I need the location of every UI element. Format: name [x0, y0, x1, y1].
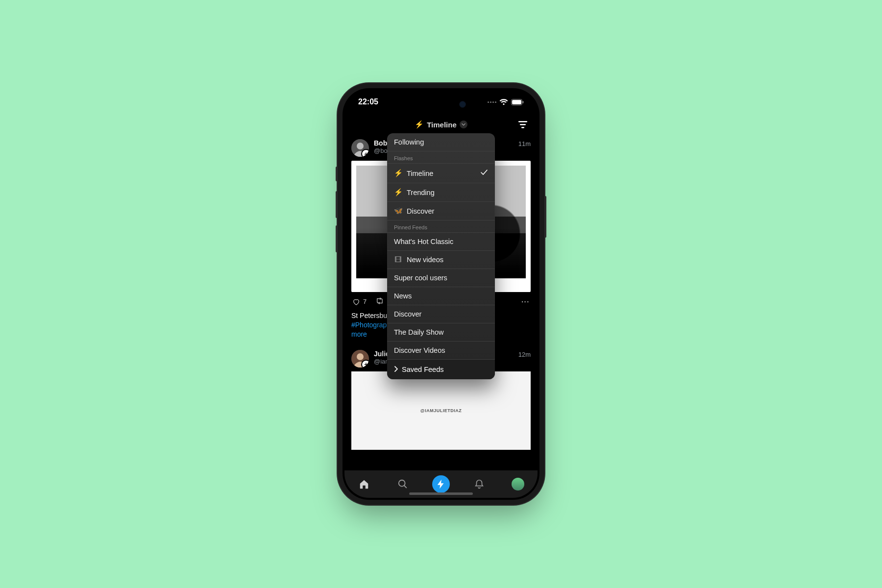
- svg-rect-1: [512, 100, 521, 104]
- svg-rect-5: [521, 127, 524, 128]
- zap-icon: ⚡: [394, 169, 402, 177]
- more-button[interactable]: ···: [521, 298, 530, 305]
- screen: 22:05 ⚡ Timeline: [344, 90, 538, 498]
- post-age: 11m: [518, 140, 531, 147]
- dropdown-item-news[interactable]: News: [387, 287, 495, 305]
- image-watermark: @IAMJULIETDIAZ: [420, 408, 462, 413]
- dropdown-item-cool-users[interactable]: Super cool users: [387, 269, 495, 287]
- repost-button[interactable]: [375, 297, 384, 306]
- like-button[interactable]: 7: [352, 298, 367, 306]
- dropdown-item-timeline[interactable]: ⚡ Timeline: [387, 164, 495, 183]
- like-count: 7: [363, 298, 367, 305]
- app-header: ⚡ Timeline: [344, 116, 538, 133]
- dynamic-island: [412, 96, 470, 113]
- tab-notifications[interactable]: [469, 474, 489, 494]
- header-title: Timeline: [427, 121, 457, 129]
- chevron-down-icon: [460, 121, 467, 128]
- tab-profile[interactable]: [508, 474, 528, 494]
- tab-flashes[interactable]: [432, 475, 450, 493]
- power-button: [544, 196, 546, 238]
- timeline-dropdown-trigger[interactable]: ⚡ Timeline: [415, 120, 467, 129]
- volume-up-button: [336, 191, 338, 218]
- avatar[interactable]: ＋: [351, 139, 369, 157]
- chevron-right-icon: [394, 366, 398, 373]
- plus-icon[interactable]: ＋: [361, 149, 369, 157]
- phone-frame: 22:05 ⚡ Timeline: [343, 88, 539, 500]
- volume-down-button: [336, 225, 338, 252]
- dropdown-item-trending[interactable]: ⚡ Trending: [387, 183, 495, 202]
- dropdown-item-discover-flashes[interactable]: 🦋 Discover: [387, 202, 495, 220]
- timeline-dropdown: Following Flashes ⚡ Timeline ⚡ Trending …: [387, 133, 495, 379]
- plus-icon[interactable]: ＋: [361, 360, 369, 368]
- dropdown-item-daily-show[interactable]: The Daily Show: [387, 323, 495, 342]
- wifi-icon: [499, 99, 508, 105]
- zap-icon: ⚡: [394, 188, 402, 196]
- tab-search[interactable]: [393, 474, 413, 494]
- dropdown-section-flashes: Flashes: [387, 151, 495, 164]
- svg-rect-3: [518, 121, 527, 122]
- svg-point-7: [357, 143, 364, 149]
- dropdown-item-discover-videos[interactable]: Discover Videos: [387, 342, 495, 360]
- status-time: 22:05: [358, 98, 378, 106]
- svg-rect-4: [520, 124, 526, 125]
- cellular-dots-icon: [488, 101, 496, 103]
- hashtag-link[interactable]: #Photograp: [351, 321, 387, 329]
- post-image[interactable]: @IAMJULIETDIAZ: [351, 371, 531, 450]
- butterfly-icon: 🦋: [394, 207, 402, 215]
- check-icon: [480, 169, 488, 178]
- caption-more[interactable]: more: [351, 330, 367, 338]
- zap-icon: ⚡: [415, 120, 424, 129]
- filter-button[interactable]: [516, 118, 530, 131]
- dropdown-saved-feeds[interactable]: Saved Feeds: [387, 360, 495, 379]
- film-icon: 🎞: [394, 256, 402, 264]
- home-indicator[interactable]: [409, 492, 473, 495]
- dropdown-item-discover[interactable]: Discover: [387, 305, 495, 323]
- battery-icon: [511, 99, 524, 105]
- avatar[interactable]: ＋: [351, 350, 369, 368]
- svg-point-9: [357, 353, 364, 360]
- profile-avatar-icon: [512, 478, 524, 490]
- dropdown-item-following[interactable]: Following: [387, 133, 495, 151]
- side-button: [336, 167, 338, 181]
- tab-home[interactable]: [354, 474, 374, 494]
- post-age: 12m: [518, 351, 531, 358]
- svg-rect-2: [523, 101, 524, 103]
- dropdown-item-whats-hot[interactable]: What's Hot Classic: [387, 233, 495, 251]
- dropdown-item-new-videos[interactable]: 🎞 New videos: [387, 251, 495, 269]
- dropdown-section-pinned: Pinned Feeds: [387, 220, 495, 233]
